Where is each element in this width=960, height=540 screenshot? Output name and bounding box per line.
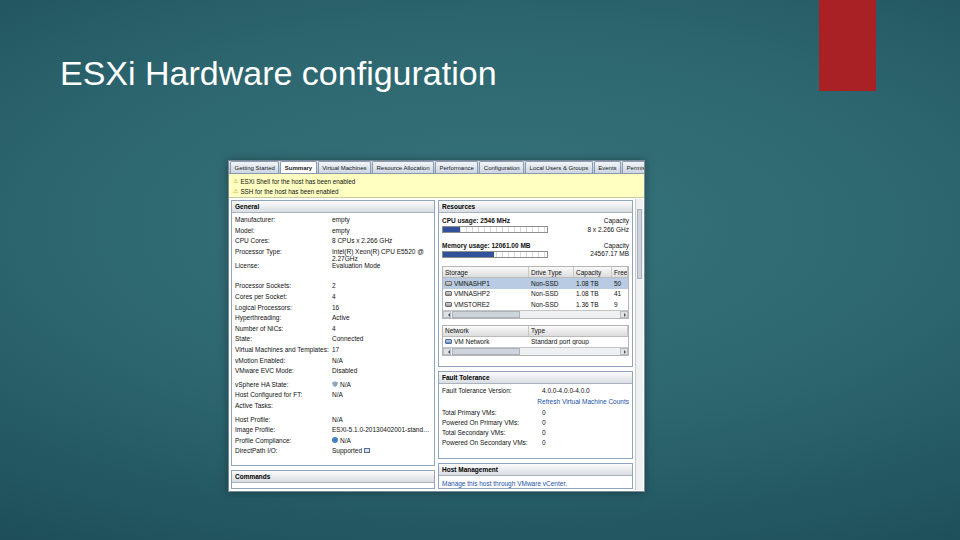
tab[interactable]: Configuration [479, 161, 524, 173]
general-row: Manufacturer: empty [235, 216, 431, 227]
datastore-icon [445, 291, 452, 296]
tab[interactable]: Getting Started [230, 161, 279, 173]
cpu-usage-fill [443, 227, 460, 232]
general-row: Virtual Machines and Templates: 17 [235, 346, 431, 357]
field-label: Image Profile: [235, 426, 332, 433]
field-value-wrap: N/A [332, 357, 431, 364]
field-value: Active [332, 314, 350, 321]
fault-tolerance-row: Total Secondary VMs: 0 [442, 429, 629, 439]
storage-row[interactable]: VMNASHP1 Non-SSD 1.08 TB 50 [443, 278, 628, 289]
scroll-right-arrow-icon[interactable] [620, 348, 628, 355]
tab[interactable]: Summary [280, 161, 316, 173]
network-col-type[interactable]: Type [529, 326, 628, 336]
compliance-icon [332, 437, 338, 443]
field-label: Active Tasks: [235, 402, 332, 409]
fault-tolerance-panel: Fault Tolerance Fault Tolerance Version:… [438, 371, 633, 459]
vertical-scrollbar[interactable] [635, 199, 643, 490]
tab[interactable]: Events [594, 161, 621, 173]
storage-col-capacity[interactable]: Capacity [574, 267, 612, 277]
resources-panel-title: Resources [439, 201, 632, 213]
network-col-network[interactable]: Network [443, 326, 529, 336]
fault-tolerance-row: Powered On Primary VMs: 0 [442, 419, 629, 429]
storage-col-drive-type[interactable]: Drive Type [529, 267, 574, 277]
commands-panel: Commands [231, 470, 435, 489]
storage-col-storage[interactable]: Storage [443, 267, 529, 277]
storage-hscroll-track[interactable] [451, 311, 620, 318]
field-value-wrap: Evaluation Mode [332, 262, 431, 269]
general-panel-title: General [232, 201, 434, 213]
network-hscroll-thumb[interactable] [452, 348, 520, 355]
datastore-icon [445, 281, 452, 286]
field-value: N/A [332, 357, 343, 364]
manage-host-link[interactable]: Manage this host through VMware vCenter. [442, 480, 567, 487]
tab[interactable]: Performance [435, 161, 478, 173]
field-value: 2 [332, 282, 336, 289]
tab[interactable]: Permissions [622, 161, 644, 173]
fault-tolerance-row: Total Primary VMs: 0 [442, 409, 629, 419]
field-value: Connected [332, 335, 363, 342]
refresh-vm-counts-link[interactable]: Refresh Virtual Machine Counts [442, 398, 629, 405]
field-value-wrap: Active [332, 314, 431, 321]
field-label: CPU Cores: [235, 237, 332, 244]
general-rows: Manufacturer: empty Model: empty CPU Cor… [232, 213, 434, 458]
field-value-wrap: N/A [332, 437, 431, 444]
memory-usage-label: Memory usage: 12061.00 MB [442, 242, 548, 249]
vertical-scroll-thumb[interactable] [637, 209, 642, 279]
warning-icon: ⚠ [233, 188, 238, 194]
scroll-left-arrow-icon[interactable] [443, 348, 451, 355]
field-label: Host Profile: [235, 416, 332, 423]
field-value: N/A [332, 391, 343, 398]
storage-row[interactable]: VMNASHP2 Non-SSD 1.08 TB 41 [443, 289, 628, 300]
memory-capacity: Capacity 24567.17 MB [590, 242, 629, 260]
field-label: vMotion Enabled: [235, 357, 332, 364]
tab-label: Virtual Machines [322, 165, 366, 171]
field-label: Total Primary VMs: [442, 409, 542, 419]
field-value: 17 [332, 346, 339, 353]
memory-usage-block: Memory usage: 12061.00 MB Capacity 24567… [442, 242, 629, 260]
tab[interactable]: Local Users & Groups [525, 161, 593, 173]
storage-free: 50 [612, 280, 628, 287]
cpu-capacity-label: Capacity [587, 217, 629, 226]
network-icon [445, 339, 452, 344]
general-row: DirectPath I/O: Supported [235, 447, 431, 458]
field-label: Powered On Primary VMs: [442, 419, 542, 429]
field-label: License: [235, 262, 332, 269]
network-table-header: Network Type [443, 326, 628, 337]
tab[interactable]: Resource Allocation [372, 161, 434, 173]
directpath-popout-icon[interactable] [364, 448, 370, 453]
tab-label: Getting Started [235, 165, 275, 171]
scroll-left-arrow-icon[interactable] [443, 311, 451, 318]
field-label: Powered On Secondary VMs: [442, 439, 542, 449]
storage-hscroll-thumb[interactable] [452, 311, 520, 318]
network-hscrollbar[interactable] [443, 347, 628, 355]
tab[interactable]: Virtual Machines [318, 161, 371, 173]
general-row: Logical Processors: 16 [235, 304, 431, 315]
tab-label: Configuration [484, 165, 520, 171]
general-row: Host Profile: N/A [235, 416, 431, 427]
red-accent-bar [819, 0, 876, 91]
field-value: 16 [332, 304, 339, 311]
cpu-usage-label: CPU usage: 2546 MHz [442, 217, 548, 224]
field-label: Number of NICs: [235, 325, 332, 332]
network-row[interactable]: VM Network Standard port group [443, 337, 628, 348]
general-row: Profile Compliance: N/A [235, 437, 431, 448]
cpu-capacity-value: 8 x 2.266 GHz [587, 226, 629, 235]
warning-text: SSH for the host has been enabled [240, 188, 338, 195]
field-value: 4 [332, 293, 336, 300]
vsphere-client-screenshot: Getting Started Summary Virtual Machines… [228, 160, 645, 492]
field-label: Cores per Socket: [235, 293, 332, 300]
scroll-right-arrow-icon[interactable] [620, 311, 628, 318]
general-panel: General Manufacturer: empty Model: empty… [231, 200, 435, 466]
storage-table-header: Storage Drive Type Capacity Free [443, 267, 628, 278]
storage-col-free[interactable]: Free [612, 267, 628, 277]
storage-capacity: 1.08 TB [574, 290, 612, 297]
storage-hscrollbar[interactable] [443, 310, 628, 318]
field-value-wrap: N/A [332, 391, 431, 398]
resources-body: CPU usage: 2546 MHz Capacity 8 x 2.266 G… [439, 213, 632, 356]
storage-row[interactable]: VMSTORE2 Non-SSD 1.36 TB 9 [443, 299, 628, 310]
left-column: General Manufacturer: empty Model: empty… [231, 200, 435, 489]
general-row: Processor Sockets: 2 [235, 282, 431, 293]
network-hscroll-track[interactable] [451, 348, 620, 355]
field-value: N/A [340, 381, 351, 388]
field-label: VMware EVC Mode: [235, 367, 332, 374]
